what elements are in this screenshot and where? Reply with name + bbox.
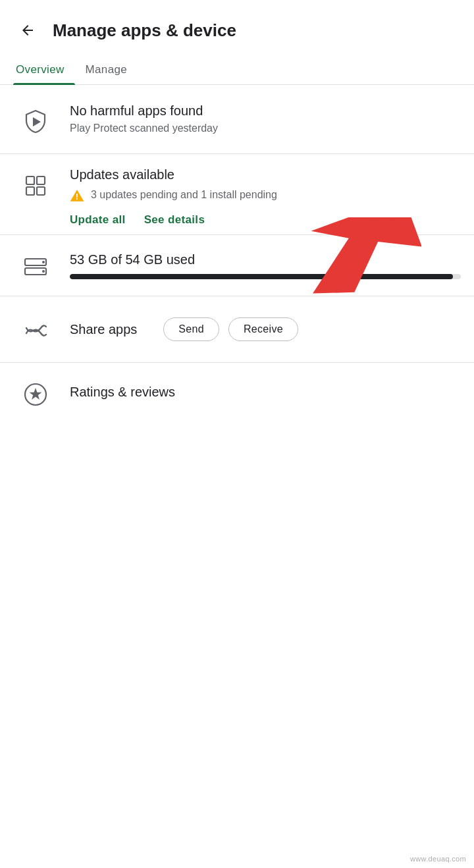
tab-manage[interactable]: Manage [75, 55, 138, 84]
see-details-button[interactable]: See details [144, 213, 205, 227]
warning-triangle-icon: ! [70, 188, 84, 203]
send-button[interactable]: Send [163, 317, 219, 341]
storage-bar-fill [70, 274, 453, 279]
header: Manage apps & device [0, 0, 474, 55]
svg-rect-1 [26, 176, 34, 184]
updates-icon [20, 170, 51, 202]
updates-title: Updates available [70, 167, 461, 182]
play-protect-section: No harmful apps found Play Protect scann… [0, 85, 474, 153]
svg-marker-13 [30, 388, 42, 400]
back-button[interactable] [13, 16, 42, 45]
update-all-button[interactable]: Update all [70, 213, 126, 227]
share-apps-section: Share apps Send Receive [0, 296, 474, 362]
svg-text:!: ! [76, 192, 78, 202]
storage-device-icon [22, 254, 49, 280]
shield-play-icon [22, 109, 49, 135]
share-apps-icon [20, 315, 51, 346]
storage-title: 53 GB of 54 GB used [70, 252, 461, 267]
tab-overview[interactable]: Overview [13, 55, 75, 84]
update-actions: Update all See details [70, 213, 461, 227]
page-title: Manage apps & device [53, 20, 236, 41]
updates-content: Updates available ! 3 updates pending an… [70, 167, 461, 227]
storage-icon [20, 251, 51, 283]
receive-button[interactable]: Receive [228, 317, 298, 341]
back-arrow-icon [20, 22, 36, 38]
play-protect-icon [20, 106, 51, 138]
share-icon [22, 317, 49, 344]
svg-point-10 [42, 261, 45, 263]
share-content: Share apps Send Receive [70, 317, 298, 341]
storage-section: 53 GB of 54 GB used [0, 235, 474, 296]
svg-rect-3 [26, 187, 34, 195]
share-buttons: Send Receive [163, 317, 298, 341]
svg-marker-0 [33, 117, 41, 126]
play-protect-content: No harmful apps found Play Protect scann… [70, 103, 461, 136]
ratings-content: Ratings & reviews [70, 385, 461, 402]
apps-grid-icon [22, 173, 49, 199]
play-protect-title: No harmful apps found [70, 103, 461, 119]
storage-bar-container [70, 274, 461, 279]
star-circle-icon [22, 381, 49, 408]
share-apps-label: Share apps [70, 322, 137, 337]
watermark: www.deuaq.com [410, 855, 466, 863]
ratings-icon [20, 379, 51, 410]
storage-content: 53 GB of 54 GB used [70, 252, 461, 279]
updates-section: Updates available ! 3 updates pending an… [0, 154, 474, 234]
play-protect-subtitle: Play Protect scanned yesterday [70, 121, 461, 136]
ratings-section: Ratings & reviews [0, 363, 474, 423]
updates-warning-text: 3 updates pending and 1 install pending [91, 188, 277, 202]
svg-point-11 [42, 270, 45, 273]
svg-rect-2 [37, 176, 45, 184]
updates-warning-row: ! 3 updates pending and 1 install pendin… [70, 188, 461, 203]
svg-rect-4 [37, 187, 45, 195]
tabs-bar: Overview Manage [0, 55, 474, 85]
ratings-title: Ratings & reviews [70, 385, 461, 400]
